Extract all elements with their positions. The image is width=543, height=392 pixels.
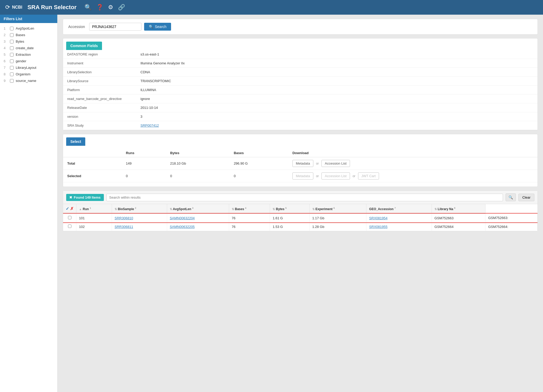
biosample-link[interactable]: SAMN00632205 xyxy=(170,225,195,229)
row-checkbox[interactable] xyxy=(68,225,71,228)
search-within-input[interactable] xyxy=(106,194,503,201)
col-bytes-header: ⇅ Bytes 5 xyxy=(270,204,309,214)
sra-study-link[interactable]: SRP007412 xyxy=(140,124,159,127)
clear-button[interactable]: Clear xyxy=(518,194,534,201)
sidebar-item-checkbox[interactable] xyxy=(10,40,14,43)
row-run: SRR306810 xyxy=(112,214,167,222)
sidebar-item-label: gender xyxy=(16,59,26,63)
found-label: Found 149 Items xyxy=(74,195,101,199)
results-header-row: ✓ ✗ ▲ Run 1 ⇅ BioSample 2 xyxy=(63,204,538,214)
uncheck-all-icon[interactable]: ✗ xyxy=(70,206,73,211)
row-library: GSM752664: xyxy=(485,222,538,231)
ncbi-logo-icon: ⟳ xyxy=(5,4,10,11)
sidebar-item: 3 Bytes xyxy=(0,38,57,45)
total-runs: 149 xyxy=(122,157,166,170)
field-name: LibrarySelection xyxy=(63,68,136,77)
field-value: s3.us-east-1 xyxy=(136,50,538,59)
sidebar-item: 4 create_date xyxy=(0,45,57,51)
field-value: CDNA xyxy=(136,68,538,77)
row-num: 102 xyxy=(76,222,112,231)
row-geo: GSM752663 xyxy=(432,214,485,222)
sidebar-item-checkbox[interactable] xyxy=(10,66,14,70)
settings-icon[interactable]: ⚙ xyxy=(108,4,113,11)
common-field-row: version 3 xyxy=(63,112,538,121)
common-field-row: SRA Study SRP007412 xyxy=(63,121,538,130)
field-name: ReleaseDate xyxy=(63,103,136,112)
selected-metadata-button[interactable]: Metadata xyxy=(292,172,313,180)
select-header: Select xyxy=(66,137,85,146)
col-library-header: ⇅ Library Na 8 xyxy=(432,204,485,214)
sidebar-item-label: Organism xyxy=(16,72,30,76)
search-button[interactable]: 🔍 Search xyxy=(144,23,171,31)
total-or-1: or xyxy=(316,162,319,165)
row-bytes: 1.28 Gb xyxy=(309,222,366,231)
total-accession-list-button[interactable]: Accession List xyxy=(321,160,350,167)
experiment-link[interactable]: SRX081955 xyxy=(369,225,387,229)
sidebar-item: 6 gender xyxy=(0,58,57,64)
experiment-link[interactable]: SRX081954 xyxy=(369,216,387,220)
select-col-label xyxy=(63,149,122,157)
search-button-icon: 🔍 xyxy=(149,25,153,29)
selected-download: Metadata or Accession List or JWT Cart xyxy=(288,170,538,182)
accession-label: Accession xyxy=(68,25,87,29)
total-metadata-button[interactable]: Metadata xyxy=(292,160,313,167)
search-button-label: Search xyxy=(155,25,166,29)
biosample-link[interactable]: SAMN00632204 xyxy=(170,216,195,220)
field-name: version xyxy=(63,112,136,121)
row-num: 101 xyxy=(76,214,112,222)
accession-input[interactable] xyxy=(89,23,142,31)
common-field-row: DATASTORE region s3.us-east-1 xyxy=(63,50,538,59)
sidebar-item-checkbox[interactable] xyxy=(10,27,14,30)
sidebar-item-number: 6 xyxy=(4,59,8,63)
selected-label: Selected xyxy=(63,170,122,182)
row-biosample: SAMN00632204 xyxy=(167,214,229,222)
sidebar-item: 5 Extraction xyxy=(0,51,57,58)
sidebar: Filters List 1 AvgSpotLen2 Bases3 Bytes4… xyxy=(0,15,58,392)
sidebar-item-number: 5 xyxy=(4,53,8,57)
check-all-icon[interactable]: ✓ xyxy=(66,206,69,211)
row-biosample: SAMN00632205 xyxy=(167,222,229,231)
select-col-bytes: Bytes xyxy=(166,149,229,157)
app-title: SRA Run Selector xyxy=(27,4,76,11)
row-bases: 1.53 G xyxy=(270,222,309,231)
row-run: SRR306811 xyxy=(112,222,167,231)
header-icons: 🔍 ❓ ⚙ 🔗 xyxy=(84,4,125,11)
field-name: LibrarySource xyxy=(63,77,136,86)
sidebar-item-checkbox[interactable] xyxy=(10,46,14,50)
sidebar-item-label: source_name xyxy=(16,79,36,83)
col-avgspotlen-header: ⇅ AvgSpotLen 3 xyxy=(167,204,229,214)
sidebar-item: 9 source_name xyxy=(0,77,57,84)
sidebar-item-label: create_date xyxy=(16,46,34,50)
help-icon[interactable]: ❓ xyxy=(96,4,103,11)
common-field-row: ReleaseDate 2011-10-14 xyxy=(63,103,538,112)
sidebar-item-number: 7 xyxy=(4,66,8,70)
link-icon[interactable]: 🔗 xyxy=(118,4,125,11)
sidebar-item-checkbox[interactable] xyxy=(10,72,14,76)
search-within-button[interactable]: 🔍 xyxy=(506,193,516,201)
run-link[interactable]: SRR306810 xyxy=(115,216,133,220)
row-checkbox-cell xyxy=(63,222,76,231)
row-checkbox[interactable] xyxy=(68,216,71,219)
field-value: 2011-10-14 xyxy=(136,103,538,112)
sidebar-item-checkbox[interactable] xyxy=(10,79,14,83)
sidebar-item: 1 AvgSpotLen xyxy=(0,25,57,32)
row-bytes: 1.17 Gb xyxy=(309,214,366,222)
col-experiment-header: ⇅ Experiment 6 xyxy=(309,204,366,214)
selected-or-1: or xyxy=(316,174,319,178)
common-field-row: read_name_barcode_proc_directive ignore xyxy=(63,94,538,103)
selected-bytes: 0 xyxy=(166,170,229,182)
selected-jwt-cart-button[interactable]: JWT Cart xyxy=(358,172,379,180)
field-name: Instrument xyxy=(63,59,136,68)
logo: ⟳ NCBI xyxy=(5,4,22,11)
sidebar-item-checkbox[interactable] xyxy=(10,33,14,37)
field-name: read_name_barcode_proc_directive xyxy=(63,94,136,103)
run-link[interactable]: SRR306811 xyxy=(115,225,133,229)
selected-accession-list-button[interactable]: Accession List xyxy=(321,172,350,180)
checkbox-header: ✓ ✗ xyxy=(63,204,76,214)
col-bases-header: ⇅ Bases 4 xyxy=(229,204,270,214)
sidebar-item-label: Bases xyxy=(16,33,25,37)
sidebar-item-checkbox[interactable] xyxy=(10,53,14,57)
total-download: Metadata or Accession List xyxy=(288,157,538,170)
search-icon[interactable]: 🔍 xyxy=(84,4,92,11)
sidebar-item-checkbox[interactable] xyxy=(10,59,14,63)
